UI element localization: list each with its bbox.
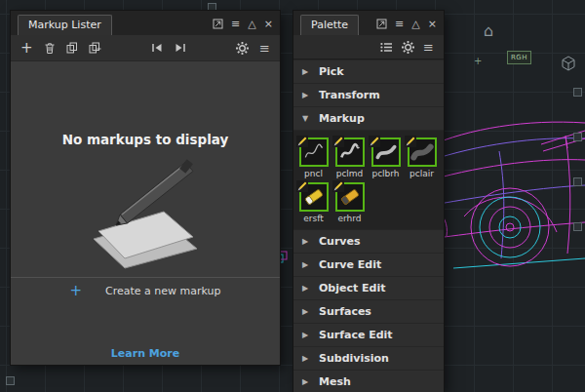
panel-edge-button-2[interactable] [573, 133, 582, 141]
viewport: ⌂ RGH + Markup Lister ≡ △ × [0, 0, 585, 392]
create-markup-label: Create a new markup [105, 285, 220, 297]
section-transform[interactable]: ▶ Transform [293, 84, 444, 106]
markup-lister-toolbar: + [11, 35, 280, 61]
snap-icon[interactable]: + [474, 57, 482, 66]
chevron-right-icon: ▶ [302, 377, 310, 386]
tool-eraser-hard[interactable]: erhrd [332, 182, 368, 223]
markup-lister-titlebar: Markup Lister ≡ △ × [11, 11, 280, 35]
chevron-right-icon: ▶ [302, 331, 310, 339]
last-markup-icon[interactable] [175, 43, 186, 53]
collapse-icon[interactable]: △ [411, 18, 419, 30]
copy-markup-icon[interactable] [66, 42, 78, 54]
close-icon[interactable]: × [428, 18, 437, 30]
panel-edge-button-3[interactable] [573, 177, 582, 186]
dock-icon[interactable] [213, 19, 223, 29]
list-view-icon[interactable] [380, 42, 393, 53]
plus-icon: + [69, 282, 82, 299]
gear-icon[interactable] [236, 42, 249, 55]
pencil-badge-icon [369, 136, 380, 147]
empty-state-text: No markups to display [11, 132, 280, 147]
section-surface-edit[interactable]: ▶ Surface Edit [293, 324, 444, 346]
cube-icon[interactable] [560, 55, 577, 72]
palette-sections: ▶ Pick ▶ Transform ▼ Markup pncl [293, 59, 444, 392]
panel-menu-icon[interactable]: ≡ [423, 40, 434, 55]
chevron-right-icon: ▶ [302, 307, 310, 316]
pencil-badge-icon [405, 136, 416, 147]
panel-edge-button-1[interactable] [573, 88, 582, 97]
section-markup[interactable]: ▼ Markup [293, 107, 444, 130]
chevron-right-icon: ▶ [302, 237, 310, 246]
palette-toolbar: ≡ [293, 35, 444, 59]
markup-lister-content: No markups to display + Create a new mar… [11, 61, 280, 367]
menu-icon[interactable]: ≡ [395, 18, 404, 30]
shading-mode-badge[interactable]: RGH [507, 51, 531, 64]
section-pick[interactable]: ▶ Pick [293, 60, 444, 83]
close-icon[interactable]: × [264, 18, 273, 30]
chevron-right-icon: ▶ [302, 67, 310, 76]
tool-pencil-airbrush[interactable]: pclair [404, 137, 440, 178]
tool-pencil-brush[interactable]: pclbrh [368, 137, 404, 178]
section-object-edit[interactable]: ▶ Object Edit [293, 277, 444, 299]
chevron-right-icon: ▶ [302, 91, 310, 99]
chevron-down-icon: ▼ [302, 114, 310, 123]
markup-tool-grid: pncl pclmd pclbrh [293, 131, 444, 229]
duplicate-markup-icon[interactable] [89, 42, 101, 54]
bottom-edge-button[interactable] [6, 376, 15, 385]
panel-menu-icon[interactable]: ≡ [259, 41, 270, 56]
delete-markup-icon[interactable] [44, 42, 56, 55]
markup-lister-panel: Markup Lister ≡ △ × + [10, 10, 281, 366]
chevron-right-icon: ▶ [302, 260, 310, 269]
palette-panel: Palette ≡ △ × ≡ ▶ Pick [292, 10, 445, 392]
first-markup-icon[interactable] [151, 43, 163, 53]
pencil-badge-icon [296, 136, 308, 147]
section-curves[interactable]: ▶ Curves [293, 230, 444, 253]
markup-lister-title-tab[interactable]: Markup Lister [18, 15, 112, 35]
home-icon[interactable]: ⌂ [484, 23, 493, 39]
add-markup-icon[interactable]: + [20, 39, 33, 57]
collapse-icon[interactable]: △ [248, 18, 255, 30]
chevron-right-icon: ▶ [302, 284, 310, 293]
section-surfaces[interactable]: ▶ Surfaces [293, 300, 444, 323]
section-subdivision[interactable]: ▶ Subdivision [293, 347, 444, 370]
section-curve-edit[interactable]: ▶ Curve Edit [293, 254, 444, 276]
tool-eraser-soft[interactable]: ersft [295, 182, 332, 223]
create-markup-button[interactable]: + Create a new markup [11, 277, 280, 303]
pencil-badge-icon [296, 180, 308, 192]
dock-icon[interactable] [376, 19, 387, 29]
tool-pencil-medium[interactable]: pclmd [332, 137, 368, 178]
panel-edge-button-4[interactable] [573, 222, 582, 231]
menu-icon[interactable]: ≡ [231, 18, 240, 30]
chevron-right-icon: ▶ [302, 354, 310, 363]
palette-titlebar: Palette ≡ △ × [293, 11, 444, 35]
palette-title-tab[interactable]: Palette [300, 15, 359, 35]
pencil-badge-icon [332, 180, 344, 192]
pencil-badge-icon [332, 136, 344, 147]
section-mesh[interactable]: ▶ Mesh [293, 371, 444, 392]
gear-icon[interactable] [402, 41, 414, 54]
pen-and-paper-illustration [72, 159, 218, 274]
tool-pencil[interactable]: pncl [295, 137, 332, 178]
learn-more-link[interactable]: Learn More [11, 347, 280, 360]
